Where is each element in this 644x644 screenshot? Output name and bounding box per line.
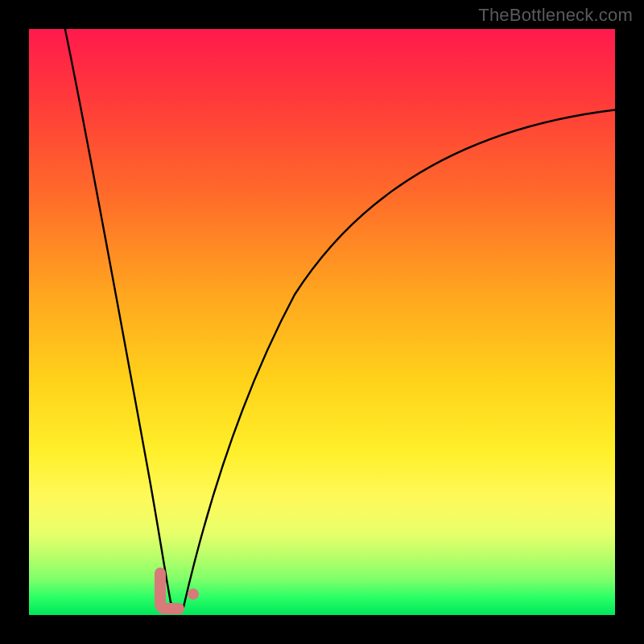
valley-dot-icon bbox=[188, 588, 199, 600]
watermark-text: TheBottleneck.com bbox=[478, 5, 633, 26]
curve-left-branch bbox=[64, 29, 171, 602]
chart-plot-area bbox=[29, 29, 615, 615]
curve-right-branch bbox=[184, 109, 615, 607]
bottleneck-curve bbox=[29, 29, 615, 615]
chart-frame: TheBottleneck.com bbox=[0, 0, 644, 644]
